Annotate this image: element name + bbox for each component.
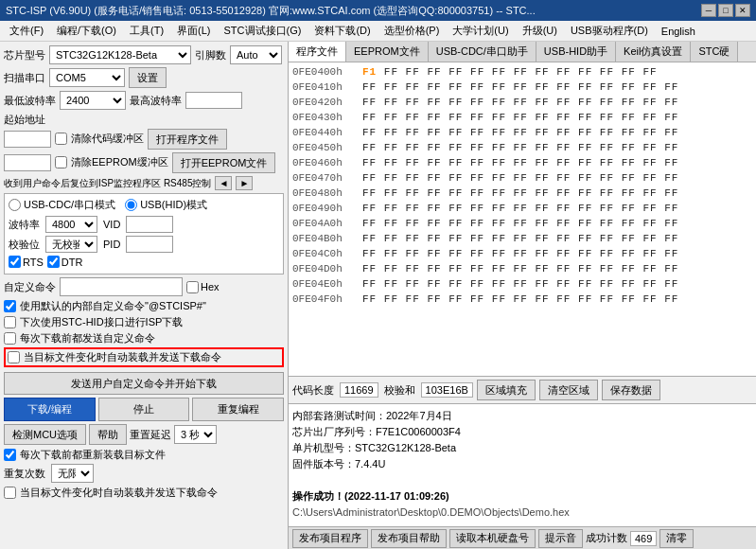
maximize-button[interactable]: □: [718, 4, 733, 17]
detect-mcu-button[interactable]: 检测MCU选项: [4, 424, 86, 445]
clear-eeprom-check[interactable]: 清除EEPROM缓冲区: [55, 155, 168, 169]
hex-addr: 0FE0400h: [292, 64, 359, 80]
tip-sound-btn[interactable]: 提示音: [538, 529, 583, 548]
menu-item-t[interactable]: 工具(T): [124, 23, 169, 39]
hex-bytes: FF FF FF FF FF FF FF FF FF FF FF FF FF F…: [362, 216, 752, 231]
open-eeprom-button[interactable]: 打开EEPROM文件: [172, 152, 276, 173]
fill-region-button[interactable]: 区域填充: [477, 380, 536, 400]
close-button[interactable]: ✕: [735, 4, 750, 17]
stop-button[interactable]: 停止: [98, 398, 190, 421]
info-line-5: [292, 472, 752, 488]
start-addr-1-input[interactable]: 0x0000: [4, 131, 51, 148]
menu-item-d[interactable]: 资料下载(D): [308, 23, 376, 39]
retry-delay-select[interactable]: 3 秒: [174, 425, 217, 444]
usb-hid-radio[interactable]: USB(HID)模式: [125, 198, 207, 212]
publish-btn[interactable]: 发布项目程序: [292, 529, 368, 548]
check4-row[interactable]: 当目标文件变化时自动装载并发送下载命令: [4, 347, 284, 367]
autoload-check[interactable]: 当目标文件变化时自动装载并发送下载命令: [4, 486, 284, 500]
window-controls: ─ □ ✕: [701, 4, 750, 17]
baud-rate-label: 波特率: [9, 218, 40, 232]
hex-bytes: FF FF FF FF FF FF FF FF FF FF FF FF FF F…: [362, 292, 752, 307]
rs485-label: 收到用户命令后复位到ISP监控程序区 RS485控制: [4, 177, 211, 190]
usb-cdc-radio[interactable]: USB-CDC/串口模式: [9, 198, 115, 212]
hex-bytes: FF FF FF FF FF FF FF FF FF FF FF FF FF F…: [362, 261, 752, 276]
hex-addr: 0FE04C0h: [292, 246, 359, 261]
hex-addr: 0FE0460h: [292, 155, 359, 170]
start-addr-label: 起始地址: [4, 113, 284, 127]
hex-addr: 0FE0440h: [292, 125, 359, 140]
menu-item-f[interactable]: 文件(F): [4, 23, 49, 39]
tab-1[interactable]: EEPROM文件: [346, 42, 429, 62]
menu-item-english[interactable]: English: [656, 25, 701, 38]
hex-row: 0FE0400hF1 FF FF FF FF FF FF FF FF FF FF…: [292, 64, 752, 80]
success-count-label: 成功计数: [586, 531, 627, 545]
tab-4[interactable]: Keil仿真设置: [616, 42, 691, 62]
start-addr-2-input[interactable]: 0x0000: [4, 154, 51, 171]
rs485-button-right[interactable]: ►: [236, 176, 253, 190]
rs485-button[interactable]: ◄: [215, 176, 232, 190]
vid-input[interactable]: 34BF: [126, 216, 173, 233]
tab-2[interactable]: USB-CDC/串口助手: [429, 42, 536, 62]
publish-help-btn[interactable]: 发布项目帮助: [371, 529, 447, 548]
check1-row[interactable]: 使用默认的内部自定义命令"@STCISP#": [4, 299, 284, 313]
send-cmd-button[interactable]: 发送用户自定义命令并开始下载: [4, 372, 284, 395]
clear-region-button[interactable]: 清空区域: [539, 380, 598, 400]
dtr-check[interactable]: DTR: [47, 256, 83, 268]
max-baud-input[interactable]: 115200: [185, 92, 242, 109]
menu-item-stcg[interactable]: STC调试接口(G): [219, 23, 308, 39]
main-content: 芯片型号 STC32G12K128-Beta 引脚数 Auto 扫描串口 COM…: [0, 42, 756, 549]
tab-5[interactable]: STC硬: [691, 42, 738, 62]
usb-radio-group: USB-CDC/串口模式 USB(HID)模式: [9, 198, 279, 212]
hex-bytes: FF FF FF FF FF FF FF FF FF FF FF FF FF F…: [362, 110, 752, 125]
menu-item-o[interactable]: 编程/下载(O): [51, 23, 122, 39]
reprogram-button[interactable]: 重复编程: [192, 398, 284, 421]
retry-count-select[interactable]: 无限: [51, 464, 94, 483]
tabs-row: 程序文件EEPROM文件USB-CDC/串口助手USB-HID助手Keil仿真设…: [289, 42, 756, 62]
baud-rate-select[interactable]: 4800: [45, 216, 97, 233]
open-prog-button[interactable]: 打开程序文件: [148, 129, 227, 150]
hex-row: 0FE0480hFF FF FF FF FF FF FF FF FF FF FF…: [292, 186, 752, 201]
pid-input[interactable]: FF01: [126, 236, 173, 253]
setting-button[interactable]: 设置: [129, 67, 167, 88]
parity-select[interactable]: 无校验: [45, 236, 97, 253]
hex-addr: 0FE0410h: [292, 80, 359, 95]
menu-item-l[interactable]: 界面(L): [171, 23, 216, 39]
detect-help-row: 检测MCU选项 帮助 重置延迟 3 秒: [4, 424, 284, 445]
hex-row: 0FE04B0hFF FF FF FF FF FF FF FF FF FF FF…: [292, 231, 752, 246]
custom-cmd-input[interactable]: @STCISP#: [60, 277, 183, 296]
info-line-3: 单片机型号：STC32G12K128-Beta: [292, 440, 752, 456]
minimize-button[interactable]: ─: [701, 4, 716, 17]
reload-check[interactable]: 每次下载前都重新装载目标文件: [4, 448, 284, 462]
check3-row[interactable]: 每次下载前都发送自定义命令: [4, 331, 284, 345]
download-button[interactable]: 下载/编程: [4, 398, 96, 421]
hex-row: 0FE0410hFF FF FF FF FF FF FF FF FF FF FF…: [292, 80, 752, 95]
min-baud-select[interactable]: 2400: [60, 91, 126, 110]
hex-check[interactable]: Hex: [186, 281, 220, 293]
hex-addr: 0FE04D0h: [292, 261, 359, 276]
check2-row[interactable]: 下次使用STC-HID接口进行ISP下载: [4, 315, 284, 329]
chip-select[interactable]: STC32G12K128-Beta: [49, 45, 191, 64]
title-text: STC-ISP (V6.90U) (服务电话/销售电话: 0513-550129…: [6, 4, 536, 18]
hex-bytes: FF FF FF FF FF FF FF FF FF FF FF FF FF F…: [362, 80, 752, 95]
menu-item-u[interactable]: 升级(U): [517, 23, 563, 39]
hex-row: 0FE0430hFF FF FF FF FF FF FF FF FF FF FF…: [292, 110, 752, 125]
help-button[interactable]: 帮助: [89, 424, 127, 445]
code-len-value: 11669: [340, 382, 378, 398]
hex-addr: 0FE0450h: [292, 140, 359, 155]
hex-row: 0FE04F0hFF FF FF FF FF FF FF FF FF FF FF…: [292, 292, 752, 307]
port-select[interactable]: COM5: [49, 68, 125, 87]
menu-item-p[interactable]: 选型价格(P): [378, 23, 446, 39]
read-hardware-btn[interactable]: 读取本机硬盘号: [449, 529, 536, 548]
rts-check[interactable]: RTS: [9, 256, 44, 268]
clear-code-check[interactable]: 清除代码缓冲区: [55, 132, 144, 146]
retry-delay-label: 重置延迟: [130, 428, 171, 442]
tab-0[interactable]: 程序文件: [289, 42, 346, 62]
tab-3[interactable]: USB-HID助手: [536, 42, 616, 62]
hex-addr: 0FE04E0h: [292, 276, 359, 292]
save-data-button[interactable]: 保存数据: [602, 380, 660, 400]
menu-item-usbd[interactable]: USB驱动程序(D): [565, 23, 654, 39]
clear-count-btn[interactable]: 清零: [659, 529, 694, 548]
menu-item-u[interactable]: 大学计划(U): [447, 23, 514, 39]
engine-select[interactable]: Auto: [230, 45, 282, 64]
port-row: 扫描串口 COM5 设置: [4, 67, 284, 88]
